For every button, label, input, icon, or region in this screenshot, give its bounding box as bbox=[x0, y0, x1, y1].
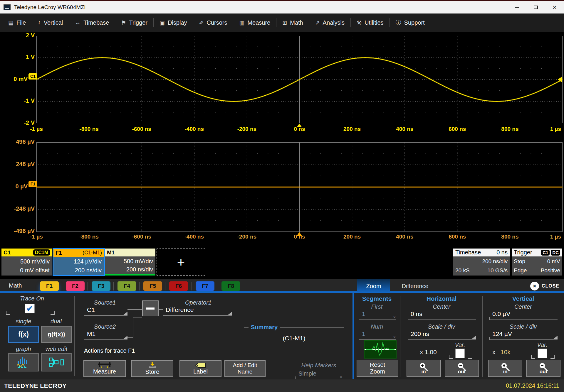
web-edit-label: web edit bbox=[41, 346, 72, 352]
h-var-checkbox[interactable] bbox=[455, 349, 465, 358]
x-axis-label: 1 µs bbox=[526, 126, 561, 132]
ruler-icon: ▥ bbox=[239, 19, 244, 26]
web-edit-button[interactable] bbox=[41, 353, 72, 371]
measure-button[interactable]: Measure bbox=[83, 360, 126, 377]
menu-math[interactable]: ⊞Math bbox=[276, 17, 309, 28]
active-underline bbox=[105, 274, 155, 276]
y-axis-label: 496 µV bbox=[2, 138, 35, 145]
operator1-select[interactable]: Difference bbox=[163, 306, 232, 316]
v-var-checkbox[interactable] bbox=[538, 349, 547, 358]
menu-analysis[interactable]: ↗Analysis bbox=[309, 17, 350, 28]
source1-value: C1 bbox=[87, 306, 95, 313]
first-input[interactable]: 1 × bbox=[359, 310, 396, 320]
first-label: First bbox=[354, 303, 400, 310]
menu-display[interactable]: ▣Display bbox=[154, 17, 193, 28]
x-axis-label: 400 ns bbox=[387, 234, 422, 240]
v-scale-value: 124 µV bbox=[492, 330, 512, 337]
h-center-input[interactable]: 0 ns bbox=[408, 310, 476, 320]
tab-f7[interactable]: F7 bbox=[196, 281, 214, 291]
maximize-button[interactable] bbox=[526, 1, 545, 13]
tab-difference[interactable]: Difference bbox=[394, 279, 437, 293]
x-axis-label: -400 ns bbox=[177, 126, 212, 132]
label-button[interactable]: Label bbox=[179, 360, 221, 377]
tab-f1[interactable]: F1 bbox=[40, 281, 59, 291]
single-label: single bbox=[8, 318, 39, 325]
trace-on-checkbox[interactable]: ✔ bbox=[25, 304, 35, 313]
x-axis-label: -1 µs bbox=[19, 126, 54, 132]
tab-f8[interactable]: F8 bbox=[221, 281, 240, 291]
add-trace-button[interactable]: + bbox=[157, 249, 205, 276]
graph-mode-button[interactable] bbox=[8, 353, 39, 371]
window-title: Teledyne LeCroy WR604MZi bbox=[14, 4, 85, 11]
chart-arrow-icon: ↗ bbox=[315, 19, 320, 26]
v-zoom-out-button[interactable]: out bbox=[526, 360, 560, 377]
h-scale-select[interactable]: 200 ns bbox=[408, 330, 476, 340]
c1-descriptor-box[interactable]: C1 DC1M 500 mV/div 0 mV offset bbox=[1, 249, 52, 276]
h-zoom-in-button[interactable]: in bbox=[407, 360, 441, 377]
x-axis-label: -600 ns bbox=[124, 126, 159, 132]
minimize-button[interactable] bbox=[508, 1, 526, 13]
tab-f3[interactable]: F3 bbox=[92, 281, 110, 291]
single-function-button[interactable]: f(x) bbox=[8, 326, 39, 343]
zoom-preview-waveform bbox=[365, 341, 396, 358]
v-center-input[interactable]: 0.0 µV bbox=[489, 310, 558, 320]
y-axis-label: -2 V bbox=[2, 119, 35, 126]
h-scale-label: Scale / div bbox=[401, 323, 482, 330]
info-icon: ⓘ bbox=[396, 19, 401, 26]
h-zoom-out-button[interactable]: out bbox=[445, 360, 479, 377]
help-markers-select[interactable]: Simple × bbox=[296, 370, 343, 379]
actions-label: Actions for trace F1 bbox=[84, 347, 135, 354]
help-markers-label: Help Markers bbox=[294, 362, 344, 369]
menu-utilities[interactable]: ⚒Utilities bbox=[351, 17, 390, 28]
coupling-badge: DC1M bbox=[33, 249, 50, 256]
v-scale-select[interactable]: 124 µV bbox=[489, 330, 558, 340]
tab-f4[interactable]: F4 bbox=[118, 281, 136, 291]
tab-separator bbox=[192, 282, 192, 290]
reset-zoom-button[interactable]: Reset Zoom bbox=[357, 360, 398, 377]
tab-zoom[interactable]: Zoom bbox=[357, 279, 390, 293]
add-edit-name-button[interactable]: Add / Edit Name bbox=[224, 360, 266, 377]
v-factor-value: 10k bbox=[501, 349, 511, 355]
menu-file[interactable]: ▤File bbox=[2, 17, 32, 28]
timebase-icon: ↔ bbox=[75, 19, 80, 26]
menu-label: Trigger bbox=[129, 19, 147, 26]
caliper-icon bbox=[98, 362, 111, 368]
close-panel-button[interactable]: × CLOSE bbox=[530, 279, 559, 293]
menu-cursors[interactable]: ✐Cursors bbox=[193, 17, 233, 28]
menu-support[interactable]: ⓘSupport bbox=[390, 17, 431, 28]
f1-offset-badge[interactable]: F1 bbox=[28, 181, 37, 187]
operator1-label: Operator1 bbox=[164, 299, 232, 306]
menu-measure[interactable]: ▥Measure bbox=[233, 17, 276, 28]
reset-line1: Reset bbox=[370, 361, 385, 368]
c1-waveform-plot[interactable] bbox=[36, 36, 563, 123]
tab-f2[interactable]: F2 bbox=[66, 281, 85, 291]
num-input[interactable]: 1 × bbox=[359, 330, 396, 340]
operator-block[interactable] bbox=[142, 300, 159, 316]
x-axis-label: -600 ns bbox=[124, 234, 159, 240]
tab-f6[interactable]: F6 bbox=[169, 281, 188, 291]
v-zoom-in-button[interactable]: in bbox=[488, 360, 522, 377]
f1-descriptor-box[interactable]: F1 (C1-M1) 124 µV/div 200 ns/div bbox=[53, 248, 105, 276]
channel-name: C1 bbox=[4, 249, 11, 256]
source1-select[interactable]: C1 bbox=[84, 306, 127, 316]
close-button[interactable]: × bbox=[545, 1, 564, 13]
trigger-box[interactable]: Trigger C1 DC Stop0 mV EdgePositive bbox=[512, 249, 562, 276]
f1-waveform-plot[interactable] bbox=[36, 142, 563, 232]
trigger-level-marker[interactable] bbox=[558, 77, 562, 82]
store-button[interactable]: Store bbox=[131, 360, 173, 377]
timebase-box[interactable]: Timebase 0 ns 200 ns/div 20 kS10 GS/s bbox=[453, 249, 510, 276]
dual-function-button[interactable]: g(f(x)) bbox=[41, 326, 72, 343]
menu-trigger[interactable]: ⚑Trigger bbox=[115, 17, 153, 28]
tab-f5[interactable]: F5 bbox=[143, 281, 162, 291]
c1-offset-badge[interactable]: C1 bbox=[28, 73, 37, 80]
column-divider bbox=[400, 296, 400, 377]
m1-descriptor-box[interactable]: M1 500 mV/div 200 ns/div bbox=[105, 249, 155, 276]
x-axis-label: 1 µs bbox=[526, 234, 561, 240]
trace-on-label: Trace On bbox=[7, 295, 57, 302]
menu-timebase[interactable]: ↔Timebase bbox=[69, 17, 115, 28]
menu-vertical[interactable]: ↕Vertical bbox=[32, 17, 69, 28]
connector-line bbox=[133, 317, 142, 317]
source2-select[interactable]: M1 bbox=[84, 330, 127, 340]
tab-separator bbox=[35, 282, 35, 290]
v-factor-prefix: x bbox=[492, 349, 496, 355]
